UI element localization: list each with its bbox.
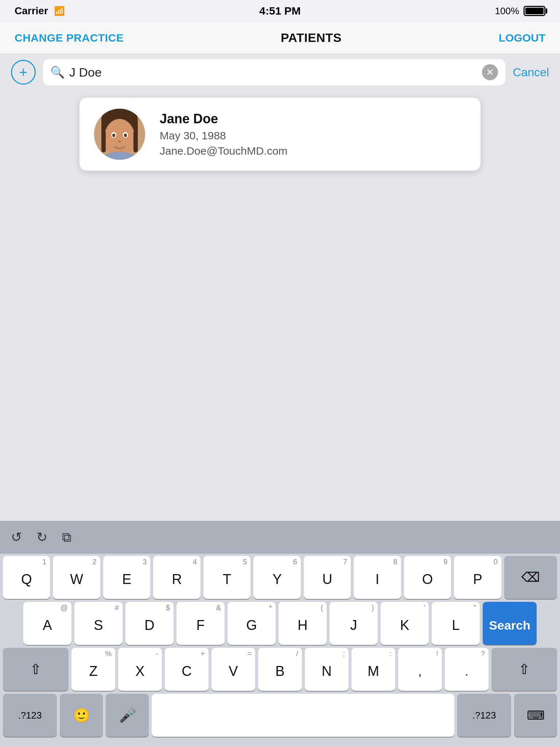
search-button[interactable]: Search [483, 602, 537, 645]
key-a[interactable]: @ A [23, 602, 71, 645]
key-l[interactable]: " L [432, 602, 480, 645]
microphone-button[interactable]: 🎤 [106, 694, 149, 737]
keyboard-icon: ⌨ [527, 708, 545, 723]
redo-button[interactable]: ↻ [36, 530, 47, 545]
undo-button[interactable]: ↺ [11, 530, 22, 545]
key-w[interactable]: 2 W [53, 556, 100, 599]
key-k[interactable]: ' K [381, 602, 429, 645]
logout-button[interactable]: LOGOUT [499, 32, 545, 44]
key-f[interactable]: & F [176, 602, 225, 645]
svg-point-7 [124, 133, 127, 137]
key-j[interactable]: ) J [330, 602, 378, 645]
key-d[interactable]: $ D [125, 602, 174, 645]
carrier-label: Carrier [15, 5, 48, 17]
key-row-3: ⇧ % Z - X + C = V / B ; [3, 648, 557, 691]
search-input-container: 🔍 ✕ [43, 59, 505, 85]
search-icon: 🔍 [50, 65, 65, 79]
key-r[interactable]: 4 R [153, 556, 200, 599]
shift-left-button[interactable]: ⇧ [3, 648, 69, 691]
patient-info: Jane Doe May 30, 1988 Jane.Doe@TouchMD.c… [160, 111, 288, 157]
patient-dob: May 30, 1988 [160, 129, 288, 142]
key-n[interactable]: ; N [305, 648, 349, 691]
key-row-1: 1 Q 2 W 3 E 4 R 5 T 6 Y [3, 556, 557, 599]
key-row-2: @ A # S $ D & F * G ( H [3, 602, 557, 645]
numbers-right-label: .?123 [472, 710, 496, 721]
key-comma[interactable]: ! , [398, 648, 442, 691]
backspace-icon: ⌫ [521, 570, 540, 585]
search-bar-area: + 🔍 ✕ Cancel [0, 54, 560, 90]
search-input[interactable] [69, 65, 478, 80]
key-i[interactable]: 8 I [354, 556, 401, 599]
status-bar: Carrier 📶 4:51 PM 100% [0, 0, 560, 22]
cancel-button[interactable]: Cancel [513, 66, 549, 79]
key-q[interactable]: 1 Q [3, 556, 50, 599]
clear-button[interactable]: ✕ [482, 64, 498, 80]
shift-right-button[interactable]: ⇧ [491, 648, 557, 691]
battery-label: 100% [495, 5, 520, 17]
patient-result-card[interactable]: Jane Doe May 30, 1988 Jane.Doe@TouchMD.c… [79, 98, 481, 171]
key-row-4: .?123 🙂 🎤 .?123 ⌨ [3, 694, 557, 737]
key-period[interactable]: ? . [445, 648, 489, 691]
svg-rect-9 [101, 131, 106, 152]
search-label: Search [489, 618, 530, 632]
svg-point-3 [104, 119, 135, 157]
nav-bar: CHANGE PRACTICE PATIENTS LOGOUT [0, 22, 560, 54]
microphone-icon: 🎤 [119, 707, 136, 723]
key-z[interactable]: % Z [71, 648, 115, 691]
key-v[interactable]: = V [211, 648, 255, 691]
shift-icon-right: ⇧ [518, 661, 530, 677]
battery-icon [524, 6, 545, 16]
key-t[interactable]: 5 T [203, 556, 250, 599]
add-patient-button[interactable]: + [11, 60, 36, 85]
svg-rect-10 [133, 131, 138, 152]
svg-point-6 [112, 133, 115, 137]
key-s[interactable]: # S [74, 602, 122, 645]
main-content: Jane Doe May 30, 1988 Jane.Doe@TouchMD.c… [0, 90, 560, 521]
emoji-icon: 🙂 [73, 707, 90, 723]
emoji-button[interactable]: 🙂 [60, 694, 103, 737]
backspace-button[interactable]: ⌫ [504, 556, 557, 599]
numbers-left-label: .?123 [18, 710, 42, 721]
patient-email: Jane.Doe@TouchMD.com [160, 145, 288, 157]
key-y[interactable]: 6 Y [253, 556, 300, 599]
paste-button[interactable]: ⧉ [62, 530, 71, 545]
keyboard-toolbar: ↺ ↻ ⧉ [0, 521, 560, 554]
page-title: PATIENTS [281, 31, 342, 45]
key-m[interactable]: : M [351, 648, 395, 691]
status-right: 100% [495, 5, 546, 17]
wifi-icon: 📶 [54, 6, 65, 16]
key-c[interactable]: + C [165, 648, 209, 691]
patient-name: Jane Doe [160, 111, 288, 127]
key-u[interactable]: 7 U [304, 556, 351, 599]
key-g[interactable]: * G [228, 602, 276, 645]
change-practice-button[interactable]: CHANGE PRACTICE [15, 32, 124, 44]
plus-icon: + [19, 64, 27, 81]
shift-icon-left: ⇧ [30, 661, 42, 677]
key-h[interactable]: ( H [279, 602, 327, 645]
status-left: Carrier 📶 [15, 5, 65, 17]
key-e[interactable]: 3 E [103, 556, 150, 599]
key-p[interactable]: 0 P [454, 556, 501, 599]
keyboard-switch-button[interactable]: ⌨ [514, 694, 557, 737]
patient-avatar [94, 109, 145, 160]
numbers-left-button[interactable]: .?123 [3, 694, 57, 737]
clear-icon: ✕ [486, 67, 494, 78]
key-b[interactable]: / B [258, 648, 302, 691]
key-x[interactable]: - X [118, 648, 162, 691]
key-o[interactable]: 9 O [404, 556, 451, 599]
numbers-right-button[interactable]: .?123 [457, 694, 511, 737]
status-time: 4:51 PM [259, 5, 300, 17]
keyboard-area: ↺ ↻ ⧉ 1 Q 2 W 3 E 4 R 5 T [0, 521, 560, 747]
space-key[interactable] [152, 694, 454, 737]
svg-point-8 [118, 140, 121, 143]
keyboard-rows: 1 Q 2 W 3 E 4 R 5 T 6 Y [0, 554, 560, 737]
